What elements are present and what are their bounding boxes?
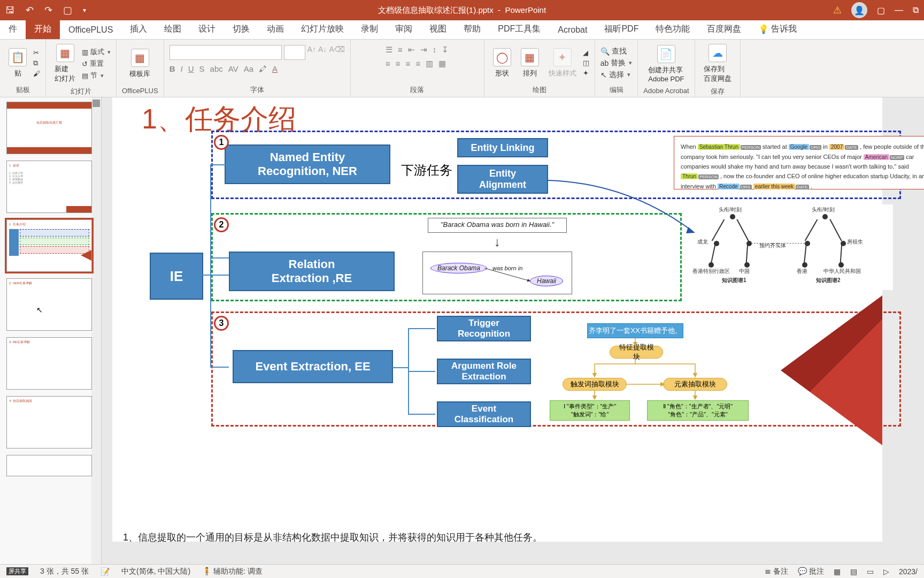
layout-button[interactable]: ▥版式▾ — [82, 47, 111, 57]
tab-review[interactable]: 审阅 — [387, 19, 421, 39]
qat-more-icon[interactable]: ▾ — [83, 6, 86, 14]
align-right-button[interactable]: ≡ — [406, 59, 411, 69]
undo-icon[interactable]: ↶ — [26, 4, 34, 16]
tab-pdftools[interactable]: PDF工具集 — [489, 19, 549, 39]
save-icon[interactable]: 🖫 — [5, 5, 15, 16]
tab-tellme[interactable]: 💡告诉我 — [750, 19, 805, 39]
thumbnail-4[interactable]: 2. NER任务详解↖ — [6, 278, 92, 331]
tab-transitions[interactable]: 切换 — [224, 19, 258, 39]
grow-font-icon[interactable]: A↑ — [307, 45, 316, 60]
user-avatar[interactable]: 👤 — [851, 2, 867, 18]
tab-officeplus[interactable]: OfficePLUS — [60, 21, 121, 39]
highlight-button[interactable]: 🖍 — [259, 64, 267, 73]
warning-icon[interactable]: ⚠ — [833, 4, 842, 16]
justify-button[interactable]: ≡ — [415, 59, 420, 69]
maximize-icon[interactable]: ⧉ — [913, 5, 919, 15]
status-spellcheck-icon[interactable]: 📝 — [101, 567, 110, 576]
align-center-button[interactable]: ≡ — [396, 59, 401, 69]
view-slideshow-icon[interactable]: ▷ — [883, 567, 889, 576]
thumbnail-1[interactable]: 信息抽取综述汇报 — [6, 102, 92, 154]
adobe-pdf-button[interactable]: 📄创建并共享 Adobe PDF — [645, 43, 687, 85]
view-normal-icon[interactable]: ▦ — [834, 567, 841, 576]
spacing-button[interactable]: AV — [228, 64, 238, 73]
arrange-button[interactable]: ▦排列 — [518, 46, 542, 80]
tab-baidu[interactable]: 百度网盘 — [698, 19, 750, 39]
status-accessibility[interactable]: 🧍 辅助功能: 调查 — [202, 567, 263, 576]
shape-fill-button[interactable]: ◢ — [583, 49, 589, 57]
status-notes-button[interactable]: ≣ 备注 — [765, 567, 788, 576]
format-painter-button[interactable]: 🖌 — [33, 70, 40, 78]
indent-dec-button[interactable]: ⇤ — [408, 45, 415, 55]
italic-button[interactable]: I — [181, 64, 183, 73]
bullets-button[interactable]: ☰ — [386, 45, 392, 55]
cut-button[interactable]: ✂ — [33, 49, 40, 57]
tab-file[interactable]: 件 — [0, 19, 26, 39]
tab-slideshow[interactable]: 幻灯片放映 — [292, 19, 352, 39]
thumb-scrollbar[interactable] — [91, 97, 101, 564]
convert-smartart-button[interactable]: ▦ — [438, 59, 446, 69]
shape-outline-button[interactable]: ◫ — [583, 59, 589, 67]
tab-record[interactable]: 录制 — [352, 19, 387, 39]
font-color-button[interactable]: A — [272, 64, 278, 73]
tab-home[interactable]: 开始 — [26, 19, 60, 39]
tab-help[interactable]: 帮助 — [455, 19, 489, 39]
shrink-font-icon[interactable]: A↓ — [318, 45, 327, 60]
select-button[interactable]: ↖选择▾ — [600, 69, 633, 81]
status-language[interactable]: 中文(简体, 中国大陆) — [121, 567, 190, 576]
font-size-input[interactable] — [284, 45, 305, 60]
shadow-button[interactable]: abc — [210, 64, 223, 73]
numbering-button[interactable]: ≡ — [398, 45, 403, 55]
tab-design[interactable]: 设计 — [190, 19, 224, 39]
replace-button[interactable]: ab替换▾ — [600, 57, 633, 69]
case-button[interactable]: Aa — [244, 64, 253, 73]
section-button[interactable]: ▤节▾ — [82, 71, 111, 80]
find-button[interactable]: 🔍查找 — [600, 45, 633, 57]
slide-stage[interactable]: 1、任务介绍 IE 1 Named Entity Recognition, NE… — [102, 97, 924, 564]
view-sorter-icon[interactable]: ▤ — [850, 567, 857, 576]
thumbnail-5[interactable]: 3. RE任务详解 — [6, 337, 92, 390]
thumbnail-2[interactable]: 1. 目录1. 任务介绍2. 方法分类3. 评测数据4. 总结展望 — [6, 161, 92, 213]
thumbnail-6[interactable]: 4. 信息抽取挑战 — [6, 396, 92, 448]
shape-effects-button[interactable]: ✦ — [583, 69, 589, 77]
ribbon-display-icon[interactable]: ▢ — [877, 5, 885, 16]
clear-format-icon[interactable]: A⌫ — [329, 45, 344, 60]
group-clipboard: 📋贴 ✂ ⧉ 🖌 贴板 — [0, 40, 46, 97]
text-direction-button[interactable]: ↧ — [442, 45, 449, 55]
strike-button[interactable]: S — [199, 64, 205, 73]
baidu-save-button[interactable]: ☁保存到 百度网盘 — [700, 42, 735, 86]
line-spacing-button[interactable]: ↕ — [433, 45, 437, 55]
box-eventcls: Event Classification — [437, 401, 531, 427]
status-comments-button[interactable]: 💬 批注 — [798, 567, 824, 576]
paste-button[interactable]: 📋贴 — [5, 46, 30, 80]
tab-animations[interactable]: 动画 — [258, 19, 292, 39]
thumbnail-3[interactable]: 1. 任务介绍 — [6, 219, 92, 272]
copy-button[interactable]: ⧉ — [33, 59, 40, 67]
new-slide-button[interactable]: ▦新建 幻灯片 — [51, 42, 79, 86]
template-button[interactable]: ▦模板库 — [126, 47, 153, 81]
scrollbar-up-icon[interactable] — [93, 100, 100, 107]
status-screenshare[interactable]: 屏共享 — [6, 567, 28, 575]
tab-draw[interactable]: 绘图 — [156, 19, 190, 39]
view-reading-icon[interactable]: ▭ — [867, 567, 874, 576]
indent-inc-button[interactable]: ⇥ — [420, 45, 427, 55]
tab-acrobat[interactable]: Acrobat — [549, 21, 596, 39]
copy-icon: ⧉ — [33, 59, 38, 67]
bold-button[interactable]: B — [170, 64, 175, 73]
align-left-button[interactable]: ≡ — [386, 59, 390, 69]
tab-insert[interactable]: 插入 — [121, 19, 156, 39]
underline-button[interactable]: U — [188, 64, 194, 73]
minimize-icon[interactable]: — — [895, 5, 903, 15]
reset-button[interactable]: ↺重置 — [82, 59, 111, 69]
slideshow-start-icon[interactable]: ▢ — [63, 4, 72, 16]
thumbnail-7[interactable] — [6, 455, 92, 476]
redo-icon[interactable]: ↷ — [44, 4, 52, 16]
slide-canvas[interactable]: 1、任务介绍 IE 1 Named Entity Recognition, NE… — [112, 97, 882, 542]
tab-special[interactable]: 特色功能 — [647, 19, 698, 39]
shapes-button[interactable]: ◯形状 — [490, 46, 514, 80]
quickstyle-button[interactable]: ✦快速样式 — [545, 46, 580, 80]
slide-thumbnails[interactable]: 信息抽取综述汇报 1. 目录1. 任务介绍2. 方法分类3. 评测数据4. 总结… — [0, 97, 102, 564]
columns-button[interactable]: ▥ — [426, 59, 433, 69]
tab-view[interactable]: 视图 — [421, 19, 455, 39]
tab-foxit[interactable]: 福昕PDF — [596, 19, 647, 39]
font-name-input[interactable] — [170, 45, 282, 60]
